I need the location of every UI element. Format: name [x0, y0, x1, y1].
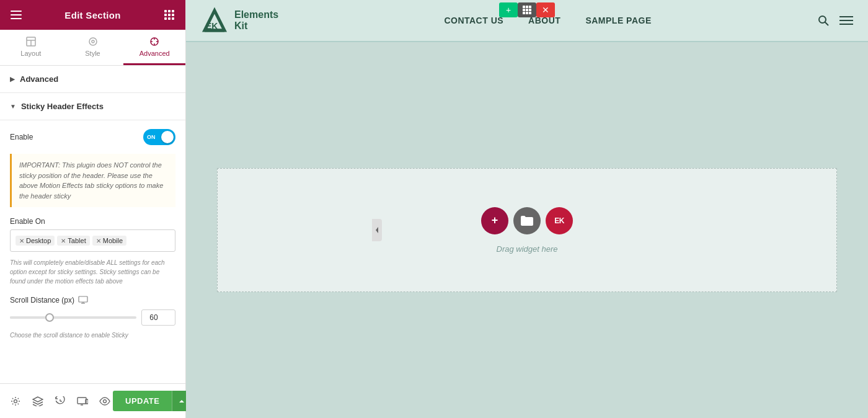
enable-row: Enable ON	[0, 120, 185, 149]
logo-text: Elements Kit	[234, 9, 278, 31]
left-panel: Edit Section Layout	[0, 0, 186, 418]
svg-rect-9	[164, 17, 167, 20]
visibility-icon[interactable]	[97, 393, 113, 409]
svg-rect-10	[168, 17, 170, 20]
canvas-add-icon: +	[506, 5, 511, 15]
svg-rect-8	[172, 14, 174, 16]
canvas-section: + EK Drag widget here	[217, 168, 837, 292]
svg-point-16	[92, 40, 94, 43]
svg-rect-29	[86, 399, 88, 404]
history-icon[interactable]	[52, 393, 68, 409]
footer-left-icons	[7, 393, 113, 409]
ek-widget-button[interactable]: EK	[546, 207, 573, 234]
svg-point-35	[819, 16, 826, 23]
sticky-header-label: Sticky Header Effects	[21, 102, 104, 111]
scroll-distance-input[interactable]	[141, 309, 175, 326]
nav-menu-icon[interactable]	[839, 16, 853, 25]
advanced-arrow-icon: ▶	[10, 76, 15, 82]
svg-rect-11	[172, 17, 174, 20]
menu-item-contact[interactable]: CONTACT US	[444, 16, 503, 25]
slider-track	[10, 316, 136, 319]
svg-rect-3	[164, 10, 167, 12]
scroll-distance-row: Scroll Distance (px)	[0, 291, 185, 328]
hamburger-icon[interactable]	[9, 7, 24, 22]
canvas-close-button[interactable]: ✕	[536, 2, 555, 17]
svg-rect-43	[523, 9, 525, 11]
svg-point-31	[104, 399, 107, 402]
logo-icon: EK	[201, 7, 228, 34]
tab-advanced[interactable]: Advanced	[123, 30, 185, 65]
folder-widget-button[interactable]	[513, 207, 541, 234]
panel-header: Edit Section	[0, 0, 185, 30]
scroll-distance-label-row: Scroll Distance (px)	[10, 296, 175, 305]
enable-toggle[interactable]: ON	[143, 129, 175, 145]
add-widget-button[interactable]: +	[481, 207, 508, 234]
svg-rect-5	[172, 10, 174, 12]
enable-on-tags-input[interactable]: ✕ Desktop ✕ Tablet ✕ Mobile	[10, 229, 175, 252]
svg-rect-42	[529, 6, 531, 8]
svg-rect-0	[11, 11, 22, 12]
tag-tablet: ✕ Tablet	[57, 236, 89, 246]
svg-rect-7	[168, 14, 170, 16]
responsive-icon[interactable]	[74, 393, 91, 409]
svg-text:EK: EK	[206, 21, 218, 31]
advanced-group: ▶ Advanced	[0, 66, 185, 93]
svg-rect-48	[529, 12, 531, 14]
svg-rect-47	[526, 12, 528, 14]
site-nav: EK Elements Kit CONTACT US ABOUT SAMPLE …	[186, 0, 868, 42]
advanced-group-label: Advanced	[20, 74, 58, 84]
warning-text: IMPORTANT: This plugin does NOT control …	[19, 161, 163, 200]
tab-style-label: Style	[85, 50, 100, 57]
tag-mobile: ✕ Mobile	[92, 236, 126, 246]
toggle-on-text: ON	[147, 134, 156, 140]
enable-on-row: Enable On ✕ Desktop ✕ Tablet ✕ Mobile	[0, 212, 185, 254]
scroll-distance-hint: Choose the scroll distance to enable Sti…	[0, 328, 185, 345]
svg-rect-28	[78, 398, 86, 404]
right-canvas: EK Elements Kit CONTACT US ABOUT SAMPLE …	[186, 0, 868, 418]
svg-point-25	[14, 399, 17, 402]
svg-rect-41	[526, 6, 528, 8]
svg-rect-46	[523, 12, 525, 14]
monitor-icon	[78, 296, 88, 305]
enable-on-hint: This will completely enable/disable ALL …	[0, 254, 185, 291]
update-button[interactable]: UPDATE	[113, 391, 172, 411]
svg-point-15	[89, 38, 97, 45]
search-nav-icon[interactable]	[817, 14, 830, 27]
canvas-close-icon: ✕	[542, 5, 549, 15]
menu-item-sample[interactable]: SAMPLE PAGE	[585, 16, 651, 25]
svg-rect-22	[79, 296, 87, 302]
svg-rect-6	[164, 14, 167, 16]
logo-brand: Elements	[234, 9, 278, 20]
svg-rect-4	[168, 10, 170, 12]
toggle-thumb	[161, 131, 174, 143]
advanced-group-header[interactable]: ▶ Advanced	[0, 66, 185, 92]
tag-desktop-remove[interactable]: ✕	[19, 238, 24, 244]
slider-thumb	[45, 313, 54, 322]
scroll-distance-controls	[10, 309, 175, 326]
scroll-distance-slider[interactable]	[10, 316, 136, 319]
tab-style[interactable]: Style	[62, 30, 124, 65]
canvas-grid-button[interactable]	[518, 2, 536, 17]
canvas-add-button[interactable]: +	[499, 2, 518, 17]
tag-mobile-remove[interactable]: ✕	[96, 238, 101, 244]
site-logo: EK Elements Kit	[201, 7, 278, 34]
chevron-up-icon	[179, 399, 185, 404]
panel-tabs: Layout Style Advanced	[0, 30, 185, 66]
collapse-panel-button[interactable]	[372, 219, 382, 241]
panel-content: ▶ Advanced ▼ Sticky Header Effects Enabl…	[0, 66, 185, 383]
svg-rect-40	[523, 6, 525, 8]
sticky-header-title[interactable]: ▼ Sticky Header Effects	[0, 93, 185, 120]
gear-icon[interactable]	[7, 393, 24, 409]
svg-rect-44	[526, 9, 528, 11]
slider-fill	[10, 316, 48, 319]
enable-label: Enable	[10, 133, 33, 141]
svg-rect-45	[529, 9, 531, 11]
sticky-header-arrow-icon: ▼	[10, 103, 16, 110]
canvas-toolbar: + ✕	[499, 2, 555, 17]
grid-icon[interactable]	[162, 7, 177, 22]
layers-icon[interactable]	[30, 393, 46, 409]
footer-right: UPDATE	[113, 391, 191, 411]
tag-tablet-remove[interactable]: ✕	[61, 238, 66, 244]
ek-label: EK	[554, 216, 564, 225]
tab-layout[interactable]: Layout	[0, 30, 62, 65]
